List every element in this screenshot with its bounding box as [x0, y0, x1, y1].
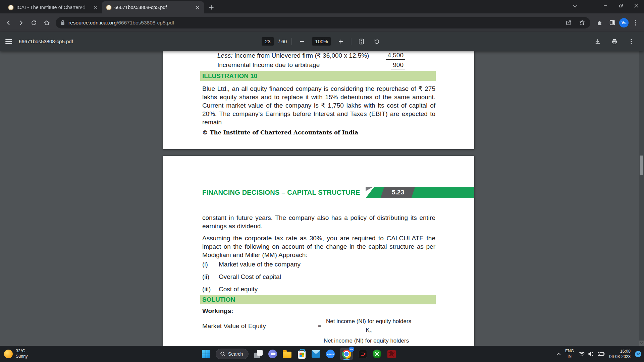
side-panel-icon[interactable] — [606, 17, 618, 28]
viewer-scrollbar[interactable] — [639, 51, 644, 346]
search-button[interactable]: Search — [216, 349, 249, 359]
tray-date: 06-03-2023 — [609, 354, 631, 359]
screen-recorder-button[interactable] — [358, 349, 367, 359]
forward-button[interactable] — [15, 17, 27, 28]
tab-search-chevron-icon[interactable] — [570, 1, 580, 11]
rotate-icon[interactable] — [372, 36, 382, 47]
home-button[interactable] — [41, 17, 52, 28]
address-bar[interactable]: resource.cdn.icai.org/66671bos53808-cp5.… — [56, 17, 590, 28]
reload-button[interactable] — [28, 17, 40, 28]
language-line1: ENG — [565, 349, 574, 354]
xbox-button[interactable] — [372, 349, 382, 359]
bookmark-star-icon[interactable] — [577, 18, 587, 28]
notification-count-badge[interactable]: 12 — [635, 351, 641, 357]
tab-icai[interactable]: ICAI - The Institute of Chartered — [4, 1, 102, 13]
row-label: Less: Income from Unlevered firm (₹ 36,0… — [217, 52, 369, 60]
pdf-right-controls — [592, 36, 637, 47]
hidden-icons-chevron[interactable] — [556, 353, 561, 355]
zoom-level-value[interactable]: 100% — [312, 37, 331, 46]
tab-close-icon[interactable] — [93, 4, 99, 10]
start-button[interactable] — [201, 349, 211, 359]
new-tab-button[interactable] — [207, 3, 216, 12]
network-volume-battery-group[interactable] — [578, 351, 605, 357]
page-number-input[interactable]: 23 — [262, 37, 274, 46]
restore-button[interactable] — [613, 0, 629, 11]
pdf-menu-icon[interactable] — [5, 39, 12, 44]
pdf-filename: 66671bos53808-cp5.pdf — [19, 39, 73, 44]
scroll-down-button[interactable] — [639, 341, 644, 346]
sunny-weather-icon — [4, 350, 13, 358]
game-app-button[interactable] — [387, 349, 396, 359]
fraction: Net income (NI) for equity holders Ke — [324, 318, 413, 334]
download-icon[interactable] — [592, 36, 603, 47]
ribbon-notch — [366, 187, 374, 191]
page-total-label: / 60 — [278, 39, 287, 44]
mail-button[interactable] — [311, 349, 321, 359]
mail-envelope-icon — [312, 350, 320, 358]
zoom-in-button[interactable] — [336, 36, 346, 47]
xbox-icon — [373, 350, 381, 358]
toolbar-divider — [291, 38, 292, 45]
list-item: (iii)Cost of equity — [202, 286, 435, 293]
tab-close-icon[interactable] — [195, 4, 201, 10]
chrome-button-active[interactable]: Vs — [340, 348, 353, 360]
weather-widget[interactable]: 32°C Sunny — [4, 346, 28, 362]
back-button[interactable] — [3, 17, 14, 28]
url-host: resource.cdn.icai.org — [68, 20, 117, 25]
profile-avatar[interactable]: Vs — [619, 18, 629, 27]
task-view-button[interactable] — [254, 349, 263, 359]
zoom-out-button[interactable] — [297, 36, 307, 47]
table-row: Incremental Income due to arbitrage 900 — [217, 61, 405, 69]
fit-to-page-icon[interactable] — [356, 36, 367, 47]
browser-menu-kebab-icon[interactable] — [630, 17, 641, 28]
weather-temp: 32°C — [16, 349, 28, 354]
minimize-button[interactable] — [598, 0, 613, 11]
pdf-page-next: FINANCING DECISIONS – CAPITAL STRUCTURE … — [163, 156, 474, 346]
file-explorer-button[interactable] — [282, 349, 292, 359]
list-item: (ii)Overall Cost of capital — [202, 273, 435, 281]
store-bag-icon — [298, 351, 306, 359]
active-app-indicator — [343, 359, 350, 360]
close-window-button[interactable] — [629, 0, 644, 11]
battery-charging-icon — [597, 352, 605, 356]
weather-text: 32°C Sunny — [16, 349, 28, 359]
lock-icon[interactable] — [60, 20, 65, 25]
windows-logo-icon — [202, 350, 210, 358]
language-switcher[interactable]: ENG IN — [565, 349, 574, 359]
pdf-toolbar: 66671bos53808-cp5.pdf 23 / 60 100% — [0, 32, 644, 51]
search-label: Search — [228, 351, 243, 357]
chat-teams-button[interactable] — [268, 349, 277, 359]
zoom-app-button[interactable]: zoom — [326, 349, 335, 359]
extensions-puzzle-icon[interactable] — [594, 17, 605, 28]
page-number-badge: 5.23 — [380, 187, 415, 198]
icai-favicon-icon — [8, 5, 14, 10]
body-paragraph: constant in future years. The company al… — [202, 214, 435, 230]
search-icon — [220, 351, 226, 357]
list-item: (i)Market value of the company — [202, 261, 435, 268]
pdf-page-23-top: Less: Income from Unlevered firm (₹ 36,0… — [163, 51, 474, 149]
solution-banner: SOLUTION — [200, 295, 436, 304]
browser-navbar: resource.cdn.icai.org/66671bos53808-cp5.… — [0, 13, 644, 32]
illustration-banner: ILLUSTRATION 10 — [200, 71, 436, 81]
print-icon[interactable] — [609, 36, 620, 47]
body-paragraph: Assuming the corporate tax rate as 30%, … — [202, 234, 435, 259]
chrome-profile-badge: Vs — [349, 347, 354, 352]
weather-condition: Sunny — [16, 354, 28, 359]
row-value: 900 — [391, 61, 405, 69]
wifi-icon — [578, 351, 585, 357]
share-icon[interactable] — [564, 18, 574, 28]
tab-pdf[interactable]: 66671bos53808-cp5.pdf — [102, 1, 204, 13]
tray-time: 16:08 — [609, 349, 631, 354]
microsoft-store-button[interactable] — [297, 349, 306, 359]
scrollbar-thumb[interactable] — [640, 156, 643, 175]
recorder-icon — [359, 350, 367, 358]
row-label: Incremental Income due to arbitrage — [217, 61, 320, 69]
illustration-paragraph: Blue Ltd., an all equity financed compan… — [202, 84, 435, 126]
window-controls — [598, 0, 644, 11]
workings-label: Workings: — [202, 307, 233, 315]
clock-widget[interactable]: 16:08 06-03-2023 — [609, 349, 631, 360]
pdf-center-controls: 23 / 60 100% — [262, 36, 382, 47]
system-tray: ENG IN 16:08 06-03-2023 12 — [556, 346, 641, 362]
folder-icon — [283, 352, 291, 358]
pdf-more-kebab-icon[interactable] — [626, 36, 637, 47]
